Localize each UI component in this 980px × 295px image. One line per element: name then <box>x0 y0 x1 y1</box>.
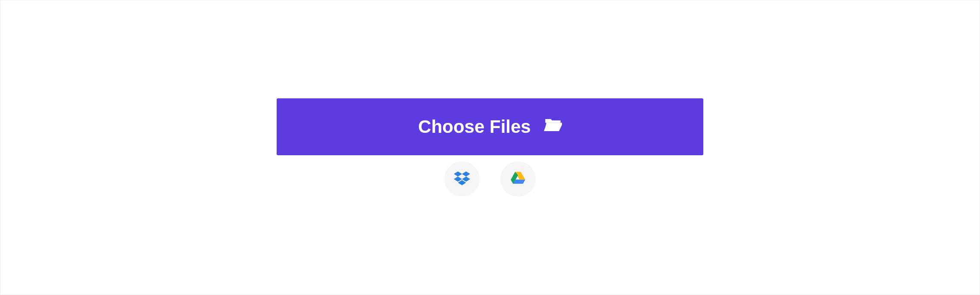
cloud-source-buttons <box>444 161 536 197</box>
dropbox-button[interactable] <box>444 161 480 197</box>
choose-files-label: Choose Files <box>418 116 531 137</box>
choose-files-button[interactable]: Choose Files <box>277 98 703 155</box>
google-drive-icon <box>510 170 526 188</box>
folder-open-icon <box>544 116 562 137</box>
dropbox-icon <box>454 170 470 188</box>
file-upload-area: Choose Files <box>277 98 703 197</box>
google-drive-button[interactable] <box>500 161 536 197</box>
